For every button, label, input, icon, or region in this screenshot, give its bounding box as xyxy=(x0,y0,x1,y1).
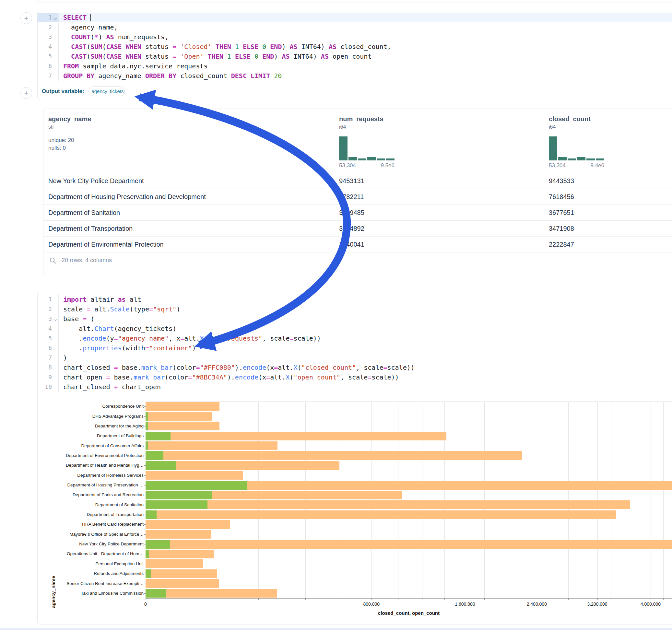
gridline xyxy=(484,402,485,598)
column-header-closed_count[interactable]: closed_counti6453,3049.4e6 xyxy=(549,109,633,130)
category-label: Mayorâ€ s Office of Special Enforce… xyxy=(69,532,144,537)
gridline xyxy=(465,402,465,598)
next-cell-top-edge xyxy=(0,628,672,630)
category-label: Taxi and Limousine Commission xyxy=(81,591,144,596)
table-row[interactable]: Department of Environmental Protection22… xyxy=(44,236,672,252)
x-axis-tick xyxy=(638,599,638,600)
histogram-bar xyxy=(349,157,357,161)
fold-gutter xyxy=(53,304,59,314)
gridline xyxy=(445,402,445,598)
x-axis-tick xyxy=(583,599,583,600)
code-text: SELECT xyxy=(59,13,91,22)
table-header: agency_namestrunique: 20nulls: 0num_requ… xyxy=(44,109,672,173)
code-line-9: 9chart_open = base.mark_bar(color="#8BC3… xyxy=(38,372,672,382)
x-axis-tick xyxy=(371,599,372,600)
category-label: Department of Transportation xyxy=(87,512,144,517)
table-cell: 9443533 xyxy=(549,173,574,189)
column-header-agency_name[interactable]: agency_namestrunique: 20nulls: 0 xyxy=(48,109,133,151)
bar-open_count xyxy=(146,540,170,549)
line-number: 5 xyxy=(38,51,53,61)
bar-closed_count xyxy=(146,441,278,450)
gridline xyxy=(258,402,259,598)
bar-closed_count xyxy=(146,550,214,558)
x-axis-tick xyxy=(553,599,553,600)
code-text: .encode(y="agency_name", x=alt.X("num_re… xyxy=(59,334,321,343)
gridline xyxy=(611,402,611,598)
code-line-4: 4 alt.Chart(agency_tickets) xyxy=(38,324,672,334)
gridline xyxy=(422,402,423,598)
line-number: 6 xyxy=(38,61,53,71)
code-text: base = ( xyxy=(59,314,94,324)
table-row[interactable]: Department of Transportation377489234719… xyxy=(44,220,672,237)
python-code-editor[interactable]: 1import altair as alt2scale = alt.Scale(… xyxy=(38,295,672,392)
x-axis-tick xyxy=(484,599,485,600)
gridline xyxy=(553,402,553,598)
histogram-min-label: 53,304 xyxy=(549,162,566,169)
code-text: chart_closed + chart_open xyxy=(59,382,161,392)
bar-open_count xyxy=(146,432,170,440)
x-axis-tick-label: 3,200,000 xyxy=(587,602,607,607)
gridline xyxy=(503,402,503,598)
gridline xyxy=(597,402,598,598)
output-variable-label: Output variable: xyxy=(42,88,84,95)
line-number: 2 xyxy=(38,304,53,314)
fold-gutter xyxy=(53,22,59,32)
table-cell: Department of Transportation xyxy=(48,221,133,237)
bar-open_count xyxy=(146,510,157,519)
gridline xyxy=(651,402,651,598)
x-axis-tick xyxy=(537,599,537,600)
line-number: 3 xyxy=(38,32,53,42)
code-line-4: 4 CAST(SUM(CASE WHEN status = 'Closed' T… xyxy=(38,42,672,51)
code-text: agency_name, xyxy=(59,22,118,32)
category-label: Department of Housing Preservation … xyxy=(67,483,144,488)
collapse-chevron-icon[interactable] xyxy=(53,317,57,321)
code-text: chart_closed = base.mark_bar(color="#FFC… xyxy=(59,363,415,372)
code-line-10: 10chart_closed + chart_open xyxy=(38,382,672,392)
code-line-3: 3base = ( xyxy=(38,314,672,324)
sql-code-editor[interactable]: 1SELECT 2 agency_name,3 COUNT(*) AS num_… xyxy=(38,13,672,81)
table-cell: 2240041 xyxy=(339,237,364,252)
histogram-bar xyxy=(586,159,595,161)
category-label: Department of Sanitation xyxy=(95,502,144,508)
bar-open_count xyxy=(146,491,212,500)
code-text: .properties(width="container") xyxy=(59,343,196,353)
code-line-5: 5 .encode(y="agency_name", x=alt.X("num_… xyxy=(38,334,672,343)
chart-x-axis: 0800,0001,600,0002,400,0003,200,0004,000… xyxy=(146,599,672,611)
fold-gutter xyxy=(53,61,59,71)
table-row[interactable]: Department of Sanitation37494853677651 xyxy=(44,204,672,221)
output-variable-pill[interactable]: agency_tickets xyxy=(89,87,125,96)
text-cursor xyxy=(91,14,91,21)
bar-open_count xyxy=(146,461,176,470)
python-cell: 1import altair as alt2scale = alt.Scale(… xyxy=(37,292,672,625)
code-text: CAST(SUM(CASE WHEN status = 'Open' THEN … xyxy=(59,51,371,61)
column-header-num_requests[interactable]: num_requestsi6453,3049.5e6 xyxy=(339,109,423,130)
bar-closed_count xyxy=(146,540,672,549)
table-row[interactable]: New York City Police Department945313194… xyxy=(44,173,672,189)
code-line-8: 8chart_closed = base.mark_bar(color="#FF… xyxy=(38,363,672,372)
table-row[interactable]: Department of Housing Preservation and D… xyxy=(44,189,672,205)
fold-gutter xyxy=(53,334,59,343)
line-number: 2 xyxy=(38,22,53,32)
bar-closed_count xyxy=(146,402,219,411)
x-axis-tick xyxy=(422,599,423,600)
table-cell: 2222847 xyxy=(549,237,574,252)
bar-open_count xyxy=(146,570,151,578)
code-text: ) xyxy=(59,353,67,363)
gridline xyxy=(398,402,399,598)
line-number: 5 xyxy=(38,334,53,343)
code-text: GROUP BY agency_name ORDER BY closed_cou… xyxy=(59,71,282,81)
table-cell: 3677651 xyxy=(549,205,574,221)
x-axis-tick xyxy=(398,599,399,600)
bar-closed_count xyxy=(146,421,219,430)
bar-open_count xyxy=(146,421,148,430)
add-cell-button-output[interactable]: + xyxy=(20,87,32,99)
bar-closed_count xyxy=(146,412,212,421)
add-cell-button-top[interactable]: + xyxy=(20,12,32,24)
x-axis-tick xyxy=(651,599,651,600)
search-icon[interactable] xyxy=(49,257,56,264)
fold-gutter xyxy=(53,314,59,324)
collapse-chevron-icon[interactable] xyxy=(53,16,57,20)
code-line-1: 1SELECT xyxy=(38,13,672,22)
x-axis-tick xyxy=(305,599,306,600)
gridline xyxy=(305,402,306,598)
